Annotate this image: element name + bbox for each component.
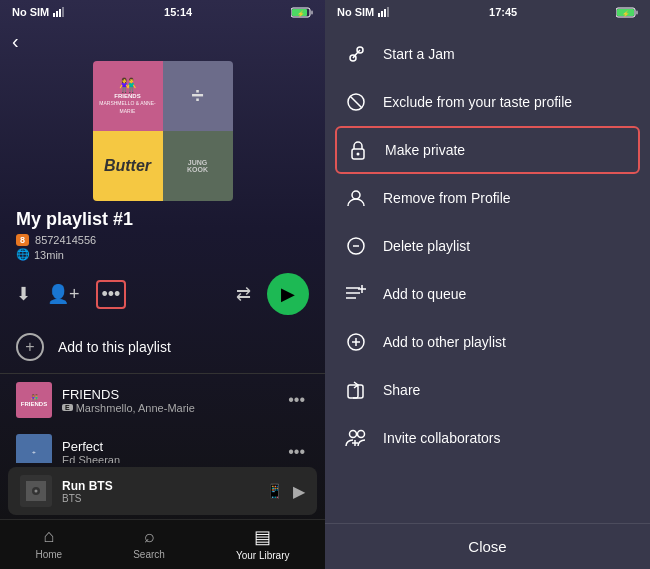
more-options-button[interactable]: ••• — [96, 280, 127, 309]
play-button[interactable]: ▶ — [267, 273, 309, 315]
time-left: 15:14 — [164, 6, 192, 18]
controls-row: ⬇ 👤+ ••• ⇄ ▶ — [0, 267, 325, 321]
menu-item-remove-profile[interactable]: Remove from Profile — [325, 174, 650, 222]
remove-profile-label: Remove from Profile — [383, 190, 511, 206]
right-panel: No SIM 17:45 ⚡ Start a Jam — [325, 0, 650, 569]
menu-item-delete[interactable]: Delete playlist — [325, 222, 650, 270]
nav-home[interactable]: ⌂ Home — [36, 526, 63, 561]
album-cell-jungkook: JUNGKOOK — [163, 131, 233, 201]
shuffle-icon[interactable]: ⇄ — [236, 283, 251, 305]
left-panel: No SIM 15:14 ⚡ ‹ 👫 FRIENDSMARSHMELLO & A… — [0, 0, 325, 569]
exclude-label: Exclude from your taste profile — [383, 94, 572, 110]
np-info: Run BTS BTS — [62, 479, 256, 504]
track-thumb-friends: 👫FRIENDS — [16, 382, 52, 418]
track-name: Perfect — [62, 439, 274, 454]
svg-text:⚡: ⚡ — [296, 10, 304, 18]
status-bar-right: No SIM 17:45 ⚡ — [325, 0, 650, 22]
add-label: Add to this playlist — [58, 339, 171, 355]
svg-point-25 — [352, 191, 360, 199]
jam-icon — [345, 43, 367, 65]
menu-item-share[interactable]: Share — [325, 366, 650, 414]
carrier-right: No SIM — [337, 6, 374, 18]
battery-area-left: ⚡ — [291, 7, 313, 18]
playlist-badge: 8 — [16, 234, 29, 246]
track-more-button[interactable]: ••• — [284, 387, 309, 413]
now-playing-bar: Run BTS BTS 📱 ▶ — [8, 467, 317, 515]
playlist-followers: 8572414556 — [35, 234, 96, 246]
queue-label: Add to queue — [383, 286, 466, 302]
download-icon[interactable]: ⬇ — [16, 283, 31, 305]
svg-point-37 — [350, 431, 357, 438]
carrier-left: No SIM — [12, 6, 49, 18]
wifi-icon — [53, 7, 65, 17]
menu-item-jam[interactable]: Start a Jam — [325, 30, 650, 78]
status-bar-left: No SIM 15:14 ⚡ — [0, 0, 325, 22]
collab-icon — [345, 427, 367, 449]
svg-rect-14 — [387, 7, 389, 17]
menu-item-exclude[interactable]: Exclude from your taste profile — [325, 78, 650, 126]
library-icon: ▤ — [254, 526, 271, 548]
close-button[interactable]: Close — [325, 523, 650, 569]
playlist-info: My playlist #1 8 8572414556 🌐 13min — [0, 209, 325, 267]
svg-rect-3 — [62, 7, 64, 17]
track-sub: E Marshmello, Anne-Marie — [62, 402, 274, 414]
nav-search[interactable]: ⌕ Search — [133, 526, 165, 561]
np-album-art — [26, 481, 46, 501]
remove-profile-icon — [345, 187, 367, 209]
svg-rect-1 — [56, 11, 58, 17]
svg-rect-11 — [378, 13, 380, 17]
svg-point-24 — [357, 153, 360, 156]
menu-item-make-private[interactable]: Make private — [335, 126, 640, 174]
lock-icon — [347, 139, 369, 161]
jam-label: Start a Jam — [383, 46, 455, 62]
status-left-info: No SIM — [12, 6, 65, 18]
track-more-button[interactable]: ••• — [284, 439, 309, 463]
wifi-icon-right — [378, 7, 390, 17]
add-playlist-icon — [345, 331, 367, 353]
svg-rect-2 — [59, 9, 61, 17]
track-sub: Ed Sheeran — [62, 454, 274, 464]
back-button[interactable]: ‹ — [0, 22, 325, 57]
add-playlist-label: Add to other playlist — [383, 334, 506, 350]
status-right-left: No SIM — [337, 6, 390, 18]
svg-rect-13 — [384, 9, 386, 17]
svg-text:⚡: ⚡ — [621, 10, 629, 18]
menu-item-add-playlist[interactable]: Add to other playlist — [325, 318, 650, 366]
playlist-duration: 🌐 13min — [16, 248, 309, 261]
make-private-label: Make private — [385, 142, 465, 158]
battery-icon-left: ⚡ — [291, 7, 313, 18]
collab-label: Invite collaborators — [383, 430, 501, 446]
add-to-playlist-row[interactable]: + Add to this playlist — [0, 321, 325, 374]
nav-library[interactable]: ▤ Your Library — [236, 526, 290, 561]
np-title: Run BTS — [62, 479, 256, 493]
menu-item-collab[interactable]: Invite collaborators — [325, 414, 650, 462]
nav-home-label: Home — [36, 549, 63, 560]
svg-rect-17 — [636, 10, 638, 14]
track-item[interactable]: ÷ Perfect Ed Sheeran ••• — [0, 426, 325, 463]
cast-icon[interactable]: 📱 — [266, 483, 283, 499]
svg-rect-12 — [381, 11, 383, 17]
track-thumb-perfect: ÷ — [16, 434, 52, 463]
np-artist: BTS — [62, 493, 256, 504]
home-icon: ⌂ — [43, 526, 54, 547]
track-name: FRIENDS — [62, 387, 274, 402]
album-cell-friends: 👫 FRIENDSMARSHMELLO & ANNE-MARIE — [93, 61, 163, 131]
search-icon: ⌕ — [144, 526, 155, 547]
track-item[interactable]: 👫FRIENDS FRIENDS E Marshmello, Anne-Mari… — [0, 374, 325, 426]
track-info-friends: FRIENDS E Marshmello, Anne-Marie — [62, 387, 274, 414]
album-grid: 👫 FRIENDSMARSHMELLO & ANNE-MARIE ÷ Butte… — [93, 61, 233, 201]
nav-search-label: Search — [133, 549, 165, 560]
add-icon: + — [16, 333, 44, 361]
delete-icon — [345, 235, 367, 257]
menu-item-queue[interactable]: Add to queue — [325, 270, 650, 318]
svg-point-10 — [35, 490, 38, 493]
np-play-button[interactable]: ▶ — [293, 482, 305, 501]
np-thumb — [20, 475, 52, 507]
album-cell-butter: Butter — [93, 131, 163, 201]
follow-icon[interactable]: 👤+ — [47, 283, 80, 305]
np-controls: 📱 ▶ — [266, 482, 305, 501]
exclude-icon — [345, 91, 367, 113]
svg-rect-6 — [311, 10, 313, 14]
svg-line-22 — [350, 96, 362, 108]
queue-icon — [345, 283, 367, 305]
